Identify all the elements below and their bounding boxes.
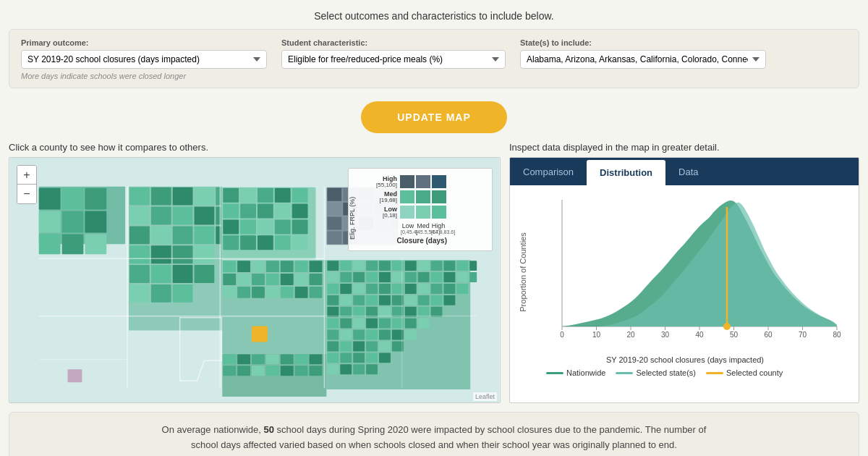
svg-rect-110: [237, 366, 250, 376]
svg-rect-150: [443, 284, 455, 294]
svg-rect-168: [405, 307, 417, 317]
svg-rect-187: [340, 342, 352, 352]
controls-bar: Primary outcome: SY 2019-20 school closu…: [9, 29, 859, 88]
svg-rect-192: [327, 352, 339, 363]
svg-rect-142: [340, 284, 352, 294]
svg-text:0: 0: [560, 331, 564, 339]
svg-rect-45: [240, 204, 256, 219]
chart-x-label: SY 2019-20 school closures (days impacte…: [517, 355, 853, 364]
svg-rect-80: [237, 261, 250, 272]
svg-rect-55: [240, 235, 256, 250]
map-legend: Elig. FRPL (%) High [55,100]: [348, 168, 493, 251]
svg-rect-151: [456, 284, 468, 294]
svg-rect-199: [353, 364, 365, 374]
svg-rect-15: [194, 187, 214, 206]
map-zoom-controls: + −: [17, 165, 37, 204]
svg-text:Proportion of Counties: Proportion of Counties: [519, 232, 527, 312]
svg-rect-60: [327, 188, 341, 201]
svg-rect-145: [379, 284, 391, 294]
svg-rect-100: [252, 326, 268, 342]
svg-rect-182: [366, 330, 378, 340]
svg-rect-79: [223, 261, 236, 272]
svg-rect-106: [281, 354, 294, 364]
svg-rect-87: [237, 274, 250, 285]
legend-closure-label: Closure (days): [370, 237, 447, 245]
svg-rect-137: [431, 272, 443, 282]
svg-rect-152: [327, 295, 339, 305]
selected-county-label: Selected county: [726, 368, 783, 377]
chart-section-title: Inspect data displayed in the map in gre…: [509, 142, 859, 153]
svg-rect-81: [252, 261, 265, 272]
svg-rect-131: [353, 272, 365, 282]
student-char-select[interactable]: Eligible for free/reduced-price meals (%…: [281, 50, 506, 69]
svg-rect-20: [194, 207, 214, 225]
svg-rect-34: [194, 265, 214, 283]
svg-rect-165: [366, 307, 378, 317]
svg-rect-180: [340, 330, 352, 340]
tab-data[interactable]: Data: [665, 158, 711, 185]
svg-rect-162: [327, 307, 339, 317]
svg-rect-44: [223, 204, 239, 219]
svg-rect-25: [194, 226, 214, 244]
svg-rect-53: [292, 219, 308, 234]
update-map-button[interactable]: UPDATE MAP: [361, 101, 507, 133]
legend-col-med-range: [45.5,54.7]: [416, 229, 430, 235]
svg-rect-46: [258, 204, 273, 219]
svg-rect-121: [379, 261, 391, 271]
legend-low-low: [400, 206, 414, 219]
primary-outcome-select[interactable]: SY 2019-20 school closures (days impacte…: [21, 50, 267, 69]
zoom-out-button[interactable]: −: [17, 185, 36, 203]
svg-rect-54: [223, 235, 239, 250]
svg-rect-132: [366, 272, 378, 282]
svg-rect-183: [379, 330, 391, 340]
svg-rect-35: [129, 284, 150, 303]
leaflet-credit: Leaflet: [473, 392, 497, 401]
svg-rect-17: [129, 207, 150, 225]
svg-rect-52: [275, 219, 291, 234]
svg-rect-104: [252, 354, 265, 364]
legend-high-range: [55,100]: [370, 182, 397, 188]
svg-rect-96: [266, 287, 279, 298]
svg-rect-89: [266, 274, 279, 285]
svg-rect-4: [85, 188, 106, 210]
svg-rect-160: [431, 295, 443, 305]
svg-rect-49: [223, 219, 239, 234]
svg-rect-56: [258, 235, 273, 250]
svg-rect-189: [366, 342, 378, 352]
student-char-label: Student characteristic:: [281, 38, 506, 47]
states-select[interactable]: Alabama, Arizona, Arkansas, California, …: [520, 50, 766, 69]
svg-rect-133: [379, 272, 391, 282]
primary-outcome-label: Primary outcome:: [21, 38, 267, 47]
svg-rect-179: [327, 330, 339, 340]
tab-distribution[interactable]: Distribution: [587, 160, 665, 185]
main-content: Click a county to see how it compares to…: [0, 142, 868, 403]
svg-rect-42: [275, 188, 291, 203]
svg-rect-29: [173, 245, 193, 263]
page-instruction: Select outcomes and characteristics to i…: [0, 0, 868, 29]
map-container[interactable]: + −: [9, 157, 501, 403]
svg-rect-120: [366, 261, 378, 271]
legend-frpl-label: Elig. FRPL (%): [349, 197, 356, 240]
svg-rect-43: [292, 188, 308, 203]
svg-rect-174: [366, 318, 378, 329]
svg-rect-119: [353, 261, 365, 271]
bottom-note-bold: 50: [264, 424, 274, 435]
svg-rect-97: [281, 287, 294, 298]
chart-legend: Nationwide Selected state(s) Selected co…: [517, 368, 853, 377]
svg-rect-8: [39, 234, 61, 254]
svg-rect-140: [469, 272, 477, 282]
svg-rect-37: [173, 284, 193, 303]
svg-rect-130: [340, 272, 352, 282]
svg-rect-75: [327, 231, 341, 244]
tab-comparison[interactable]: Comparison: [510, 158, 587, 185]
svg-rect-159: [418, 295, 430, 305]
svg-rect-113: [281, 366, 294, 376]
svg-rect-169: [418, 307, 430, 317]
svg-text:70: 70: [799, 331, 807, 339]
legend-col-high-range: [54.8,83.6]: [431, 229, 446, 235]
svg-rect-30: [194, 245, 214, 263]
svg-rect-36: [151, 284, 171, 303]
distribution-chart-svg: Proportion of Counties 0 10 20 30: [517, 193, 853, 352]
legend-med-med: [416, 190, 430, 203]
zoom-in-button[interactable]: +: [17, 166, 36, 185]
